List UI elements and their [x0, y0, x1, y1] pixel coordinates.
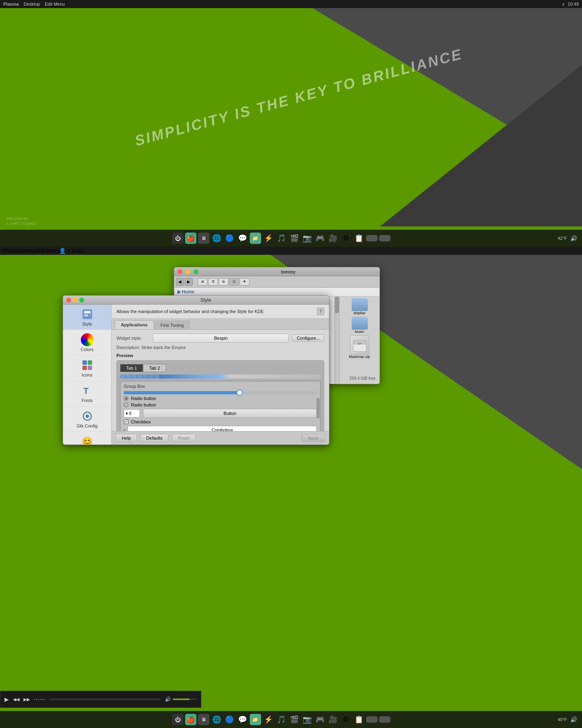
- dock-app2-bottom[interactable]: 🎬: [289, 714, 300, 725]
- dolphin-right-label-1: dolpher: [353, 311, 365, 315]
- dock-screen-top[interactable]: 🖥: [198, 233, 209, 244]
- dock-chat-bottom[interactable]: 💬: [237, 714, 248, 725]
- dock-app7-bottom[interactable]: 📋: [353, 714, 365, 725]
- preview-spinbox[interactable]: ▾ 0: [124, 409, 140, 417]
- dock-app8-top[interactable]: [366, 235, 377, 241]
- taskbar-bottom: ⏻ 🍎 🖥 🌐 🔵 💬 📁 ⚡ 🎵 🎬 📷 🎮 🎥 ⚙ 📋 40°F 🔊: [0, 711, 582, 728]
- dock-app4-bottom[interactable]: 🎮: [314, 714, 326, 725]
- preview-tab-1[interactable]: Tab 1: [120, 364, 143, 372]
- dock-app1-top[interactable]: 🎵: [276, 233, 287, 244]
- preview-combobox[interactable]: Combobox: [128, 426, 317, 431]
- dock-earth-bottom[interactable]: 🌐: [211, 714, 222, 725]
- sidebar-gtk-config[interactable]: Gtk Config: [63, 406, 111, 432]
- preview-slider-row[interactable]: [124, 391, 317, 394]
- dock-app2-top[interactable]: 🎬: [289, 233, 300, 244]
- edit-menu-bottom[interactable]: Edit Menu: [37, 248, 59, 254]
- dock-files-bottom[interactable]: 📁: [250, 714, 261, 725]
- dolphin-close-btn[interactable]: [177, 269, 182, 274]
- dock-app6-top[interactable]: ⚙: [340, 233, 352, 244]
- desktop-menu-bottom[interactable]: Desktop: [19, 248, 37, 254]
- dock-power-bottom[interactable]: ⏻: [172, 714, 183, 725]
- dock-app8-bottom[interactable]: [366, 716, 377, 723]
- dock-app5-bottom[interactable]: 🎥: [327, 714, 339, 725]
- dolphin-icon-view[interactable]: ⊞: [198, 278, 207, 286]
- dock-app5-top[interactable]: 🎥: [327, 233, 339, 244]
- dock-app9-bottom[interactable]: [379, 716, 390, 723]
- defaults-btn[interactable]: Defaults: [140, 434, 169, 442]
- tab-fine-tuning[interactable]: Fine Tuning: [154, 321, 190, 329]
- media-prev-btn[interactable]: ◀◀: [13, 697, 19, 702]
- dock-burn-top[interactable]: ⚡: [263, 233, 274, 244]
- dock-screen-bottom[interactable]: 🖥: [198, 714, 209, 725]
- media-dot-2: [36, 699, 37, 700]
- preview-button[interactable]: Button: [143, 409, 317, 418]
- speaker-top[interactable]: 🔊: [570, 235, 577, 241]
- sidebar-colors[interactable]: Colors: [63, 330, 111, 356]
- configure-btn[interactable]: Configure...: [292, 334, 324, 342]
- colors-icon: [81, 333, 94, 346]
- dock-chrome-bottom[interactable]: 🔵: [224, 714, 235, 725]
- svg-rect-7: [88, 360, 92, 365]
- preview-radio-2[interactable]: [124, 402, 129, 407]
- dock-power-top[interactable]: ⏻: [172, 233, 183, 244]
- dock-burn-bottom[interactable]: ⚡: [263, 714, 274, 725]
- apply-btn[interactable]: Apply: [302, 434, 325, 442]
- dock-app6-bottom[interactable]: ⚙: [340, 714, 352, 725]
- dock-chat-top[interactable]: 💬: [237, 233, 248, 244]
- dolphin-column-view[interactable]: ⧉: [219, 278, 228, 286]
- dock-app3-bottom[interactable]: 📷: [302, 714, 313, 725]
- preview-checkbox[interactable]: ✓: [124, 419, 129, 424]
- combobox-arrow: ▾: [124, 428, 125, 432]
- style-max-btn[interactable]: [79, 298, 84, 303]
- dolphin-right-file-1[interactable]: dolpher: [341, 298, 378, 315]
- dock-app4-top[interactable]: 🎮: [314, 233, 326, 244]
- tab-applications[interactable]: Applications: [115, 320, 154, 329]
- dolphin-preview-toggle[interactable]: 👁: [240, 278, 249, 286]
- dolphin-right-file-2[interactable]: Music: [341, 317, 378, 334]
- help-btn[interactable]: Help: [116, 434, 137, 442]
- dock-chrome-top[interactable]: 🔵: [224, 233, 235, 244]
- dolphin-max-btn[interactable]: [194, 269, 198, 274]
- sidebar-fonts[interactable]: T Fonts: [63, 381, 111, 406]
- dolphin-back-btn[interactable]: ◀: [176, 278, 184, 286]
- dolphin-min-btn[interactable]: [186, 269, 190, 274]
- style-close-btn[interactable]: [66, 298, 71, 303]
- preview-progress-row: [120, 375, 321, 379]
- dolphin-scrollbar-thumb: [335, 297, 339, 313]
- preview-group-title: Group Box: [124, 384, 317, 389]
- dock-app9-top[interactable]: [379, 235, 390, 241]
- widget-style-dropdown[interactable]: Bespin: [153, 334, 289, 343]
- dolphin-scrollbar[interactable]: [334, 296, 339, 384]
- edit-menu-top[interactable]: Edit Menu: [45, 2, 65, 6]
- sidebar-icons[interactable]: Icons: [63, 356, 111, 381]
- sidebar-emoticons[interactable]: 😊 Emoticons: [63, 432, 111, 444]
- plasma-logo-bottom[interactable]: Plasma: [3, 248, 19, 254]
- volume-bar[interactable]: [173, 698, 197, 700]
- dock-files-top[interactable]: 📁: [250, 233, 261, 244]
- sidebar-style[interactable]: Style: [63, 305, 111, 330]
- speaker-bottom[interactable]: 🔊: [570, 716, 577, 723]
- dock-app3-top[interactable]: 📷: [302, 233, 313, 244]
- dock-finder-bottom[interactable]: 🍎: [185, 714, 196, 725]
- dock-app7-top[interactable]: 📋: [353, 233, 365, 244]
- desc-row: Description: Strike back the Empire: [116, 345, 324, 350]
- style-min-btn[interactable]: [73, 298, 78, 303]
- dolphin-split-view[interactable]: ⊡: [229, 278, 239, 286]
- dolphin-path-home[interactable]: ▶ Home: [177, 289, 194, 294]
- preview-tab-2[interactable]: Tab 2: [143, 364, 166, 372]
- dock-app1-bottom[interactable]: 🎵: [276, 714, 287, 725]
- dolphin-forward-btn[interactable]: ▶: [185, 278, 193, 286]
- plasma-logo[interactable]: Plasma: [3, 2, 19, 6]
- dock-finder-top[interactable]: 🍎: [185, 233, 196, 244]
- media-play-btn[interactable]: ▶: [4, 696, 9, 703]
- reset-btn[interactable]: Reset: [172, 434, 196, 442]
- desktop-menu-top[interactable]: Desktop: [24, 2, 40, 6]
- dock-earth-top[interactable]: 🌐: [211, 233, 222, 244]
- preview-slider[interactable]: [124, 391, 317, 394]
- preview-radio-1[interactable]: [124, 396, 129, 401]
- dolphin-right-file-3[interactable]: ZIP blackmac.zip: [341, 335, 378, 359]
- preview-scrollbar[interactable]: [316, 381, 320, 431]
- media-progress-bar[interactable]: [49, 698, 161, 700]
- media-next-btn[interactable]: ▶▶: [23, 697, 30, 702]
- dolphin-detail-view[interactable]: ☰: [208, 278, 218, 286]
